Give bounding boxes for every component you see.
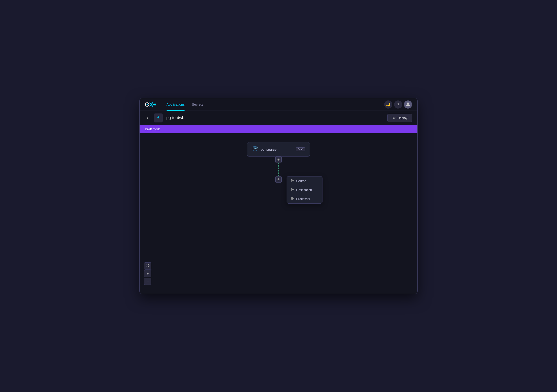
node-type-dropdown: Source Destination [287, 176, 322, 204]
canvas-controls: + − [144, 262, 151, 285]
add-node-button-1[interactable]: + [275, 157, 282, 163]
nav-secrets[interactable]: Secrets [188, 98, 207, 111]
svg-point-7 [254, 148, 255, 148]
source-node[interactable]: pg_source Draft [247, 142, 310, 157]
dropdown-source[interactable]: Source [287, 176, 322, 185]
processor-menu-icon [290, 197, 294, 201]
fit-view-button[interactable] [144, 262, 151, 270]
draft-text: Draft mode [145, 127, 160, 131]
dropdown-destination[interactable]: Destination [287, 185, 322, 194]
zoom-in-button[interactable]: + [144, 270, 151, 277]
toolbar: ‹ pg-to-dwh Deploy [139, 111, 418, 125]
svg-point-12 [292, 198, 293, 199]
dashed-line-1 [278, 163, 279, 176]
nav-applications[interactable]: Applications [163, 98, 188, 111]
avatar-icon [406, 102, 410, 107]
nav-links: Applications Secrets [163, 98, 384, 111]
deploy-button[interactable]: Deploy [387, 114, 412, 122]
back-icon: ‹ [147, 115, 148, 121]
moon-icon: 🌙 [386, 102, 391, 106]
back-button[interactable]: ‹ [145, 114, 150, 122]
svg-point-13 [147, 265, 148, 266]
deploy-icon [392, 116, 396, 120]
connector-1: + + [275, 157, 282, 183]
zoom-in-icon: + [147, 272, 148, 276]
help-button[interactable]: ? [394, 100, 402, 109]
source-node-label: pg_source [261, 148, 293, 151]
eye-icon [146, 264, 149, 268]
nav-actions: 🌙 ? [384, 100, 412, 109]
processor-menu-label: Processor [296, 197, 310, 201]
pipeline-container: pg_source Draft + + [247, 142, 310, 183]
svg-point-1 [147, 104, 148, 105]
source-menu-icon [290, 179, 294, 183]
svg-point-5 [407, 103, 409, 104]
deploy-label: Deploy [397, 116, 407, 120]
zoom-out-button[interactable]: − [144, 278, 151, 285]
source-menu-label: Source [296, 179, 306, 183]
svg-point-8 [255, 148, 256, 148]
theme-toggle-button[interactable]: 🌙 [384, 100, 392, 109]
plus-icon-2: + [277, 177, 280, 182]
help-icon: ? [397, 103, 399, 106]
destination-menu-label: Destination [296, 188, 312, 192]
plus-icon-1: + [277, 157, 280, 162]
add-node-button-2[interactable]: + [275, 176, 282, 183]
source-draft-badge: Draft [296, 147, 305, 151]
navbar: Applications Secrets 🌙 ? [139, 98, 418, 111]
bottom-add-row: + Source [275, 176, 282, 183]
draft-banner: Draft mode [139, 125, 418, 133]
app-name: pg-to-dwh [166, 115, 384, 120]
postgres-icon [252, 145, 258, 153]
svg-rect-11 [291, 198, 293, 199]
window-frame: Applications Secrets 🌙 ? ‹ [139, 98, 418, 294]
logo [145, 101, 156, 108]
lightning-icon [156, 115, 160, 120]
canvas: pg_source Draft + + [139, 133, 418, 294]
user-avatar-button[interactable] [404, 100, 412, 109]
dropdown-processor[interactable]: Processor [287, 194, 322, 203]
app-icon [154, 113, 163, 122]
destination-menu-icon [290, 188, 294, 192]
zoom-out-icon: − [147, 279, 148, 283]
